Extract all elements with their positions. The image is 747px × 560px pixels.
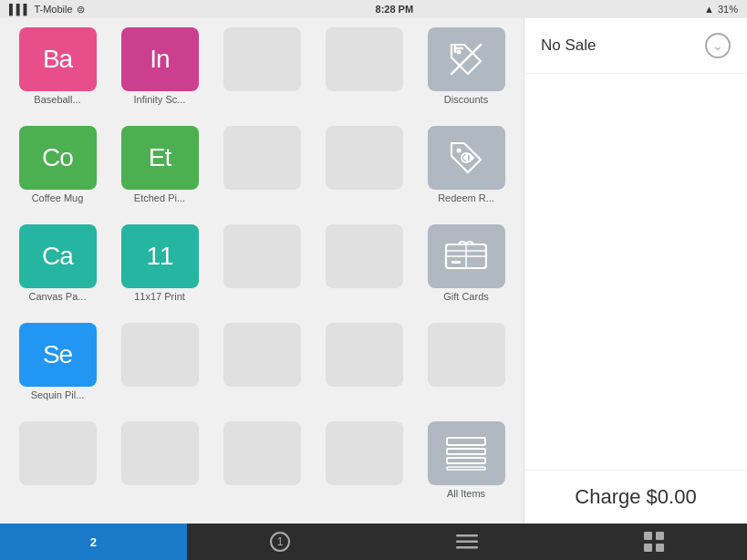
product-print[interactable]: 11 11x17 Print bbox=[111, 224, 208, 317]
battery-label: 31% bbox=[718, 4, 738, 15]
product-tile-etched[interactable]: Et bbox=[121, 126, 199, 190]
product-label-sequin: Sequin Pil... bbox=[19, 389, 97, 400]
no-sale-circle-button[interactable]: ⌄ bbox=[705, 33, 731, 58]
tab-grid[interactable] bbox=[560, 524, 747, 560]
product-canvas[interactable]: Ca Canvas Pa... bbox=[9, 224, 106, 317]
product-tile-empty-13[interactable] bbox=[223, 421, 301, 485]
svg-rect-9 bbox=[447, 458, 485, 463]
product-empty-9[interactable] bbox=[316, 323, 412, 416]
action-tile-allitems[interactable] bbox=[428, 421, 505, 485]
svg-rect-13 bbox=[456, 546, 478, 549]
product-label-coffee: Coffee Mug bbox=[19, 192, 97, 203]
product-label-baseball: Baseball... bbox=[19, 94, 97, 105]
product-tile-empty-6[interactable] bbox=[326, 224, 403, 288]
product-tile-empty-8[interactable] bbox=[223, 323, 301, 387]
tab-circle[interactable]: 1 bbox=[187, 524, 374, 560]
svg-rect-5 bbox=[451, 261, 461, 264]
product-infinity[interactable]: In Infinity Sc... bbox=[111, 27, 208, 120]
product-label-print: 11x17 Print bbox=[121, 291, 199, 302]
product-tile-empty-2[interactable] bbox=[326, 27, 403, 91]
product-grid: Ba Baseball... In Infinity Sc... Disco bbox=[0, 18, 524, 524]
tab-circle-badge: 1 bbox=[270, 532, 290, 552]
product-tile-empty-1[interactable] bbox=[223, 27, 301, 91]
action-tile-giftcards[interactable] bbox=[428, 224, 505, 288]
action-label-redeem: Redeem R... bbox=[428, 192, 505, 203]
action-allitems[interactable]: All Items bbox=[418, 421, 514, 514]
right-panel: No Sale ⌄ Charge $0.00 bbox=[524, 18, 747, 524]
time-label: 8:28 PM bbox=[376, 4, 414, 15]
action-label-discounts: Discounts bbox=[428, 94, 505, 105]
action-label-allitems: All Items bbox=[428, 488, 505, 499]
tab-list[interactable] bbox=[374, 524, 561, 560]
product-coffee[interactable]: Co Coffee Mug bbox=[9, 126, 106, 219]
bottom-tab-bar: 2 1 bbox=[0, 524, 747, 560]
charge-text: Charge $0.00 bbox=[575, 485, 696, 508]
product-tile-empty-5[interactable] bbox=[223, 224, 301, 288]
svg-point-1 bbox=[457, 149, 462, 153]
tab-orders-badge: 2 bbox=[90, 535, 97, 549]
product-tile-empty-10[interactable] bbox=[428, 323, 505, 387]
product-empty-14[interactable] bbox=[316, 421, 412, 514]
product-tile-empty-3[interactable] bbox=[223, 126, 301, 190]
status-bar: ▌▌▌ T-Mobile ⊜ 8:28 PM ▲ 31% bbox=[0, 0, 747, 18]
action-giftcards[interactable]: Gift Cards bbox=[418, 224, 514, 317]
svg-rect-16 bbox=[644, 544, 652, 552]
product-sequin[interactable]: Se Sequin Pil... bbox=[9, 323, 106, 416]
svg-rect-7 bbox=[447, 438, 485, 445]
product-tile-empty-9[interactable] bbox=[326, 323, 403, 387]
action-tile-redeem[interactable] bbox=[428, 126, 505, 190]
product-empty-12[interactable] bbox=[111, 421, 208, 514]
product-label-canvas: Canvas Pa... bbox=[19, 291, 97, 302]
action-redeem[interactable]: Redeem R... bbox=[418, 126, 514, 219]
battery-icon: ▲ bbox=[704, 4, 714, 15]
signal-icon: ▌▌▌ bbox=[9, 4, 30, 15]
svg-rect-17 bbox=[656, 544, 664, 552]
product-tile-sequin[interactable]: Se bbox=[19, 323, 97, 387]
product-tile-empty-12[interactable] bbox=[121, 421, 199, 485]
product-empty-7[interactable] bbox=[111, 323, 208, 416]
svg-rect-8 bbox=[447, 449, 485, 454]
product-empty-11[interactable] bbox=[9, 421, 106, 514]
action-tile-discounts[interactable] bbox=[428, 27, 505, 91]
status-right: ▲ 31% bbox=[704, 4, 738, 15]
product-empty-4[interactable] bbox=[316, 126, 412, 219]
product-tile-canvas[interactable]: Ca bbox=[19, 224, 97, 288]
svg-rect-10 bbox=[447, 467, 485, 470]
product-empty-13[interactable] bbox=[213, 421, 310, 514]
no-sale-text: No Sale bbox=[541, 36, 596, 55]
product-tile-empty-7[interactable] bbox=[121, 323, 199, 387]
charge-button[interactable]: Charge $0.00 bbox=[524, 470, 747, 524]
product-tile-empty-14[interactable] bbox=[326, 421, 403, 485]
svg-rect-14 bbox=[644, 532, 652, 540]
no-sale-header: No Sale ⌄ bbox=[524, 18, 747, 74]
action-discounts[interactable]: Discounts bbox=[418, 27, 514, 120]
main-layout: Ba Baseball... In Infinity Sc... Disco bbox=[0, 18, 747, 524]
carrier-label: T-Mobile bbox=[34, 4, 72, 15]
svg-point-0 bbox=[457, 50, 462, 55]
wifi-icon: ⊜ bbox=[77, 4, 85, 16]
product-empty-6[interactable] bbox=[316, 224, 412, 317]
svg-rect-12 bbox=[456, 541, 478, 544]
product-tile-print[interactable]: 11 bbox=[121, 224, 199, 288]
product-tile-empty-11[interactable] bbox=[19, 421, 97, 485]
product-tile-baseball[interactable]: Ba bbox=[19, 27, 97, 91]
svg-rect-11 bbox=[456, 534, 478, 537]
tab-list-icon bbox=[456, 533, 478, 551]
product-empty-5[interactable] bbox=[213, 224, 310, 317]
product-etched[interactable]: Et Etched Pi... bbox=[111, 126, 208, 219]
product-empty-1[interactable] bbox=[213, 27, 310, 120]
product-empty-2[interactable] bbox=[316, 27, 412, 120]
product-label-infinity: Infinity Sc... bbox=[121, 94, 199, 105]
product-baseball[interactable]: Ba Baseball... bbox=[9, 27, 106, 120]
product-empty-8[interactable] bbox=[213, 323, 310, 416]
status-left: ▌▌▌ T-Mobile ⊜ bbox=[9, 4, 85, 16]
product-tile-infinity[interactable]: In bbox=[121, 27, 199, 91]
order-area bbox=[524, 74, 747, 470]
tab-grid-icon bbox=[644, 532, 664, 552]
product-empty-3[interactable] bbox=[213, 126, 310, 219]
svg-rect-15 bbox=[656, 532, 664, 540]
product-tile-empty-4[interactable] bbox=[326, 126, 403, 190]
product-empty-10[interactable] bbox=[418, 323, 514, 416]
tab-orders[interactable]: 2 bbox=[0, 524, 187, 560]
product-tile-coffee[interactable]: Co bbox=[19, 126, 97, 190]
